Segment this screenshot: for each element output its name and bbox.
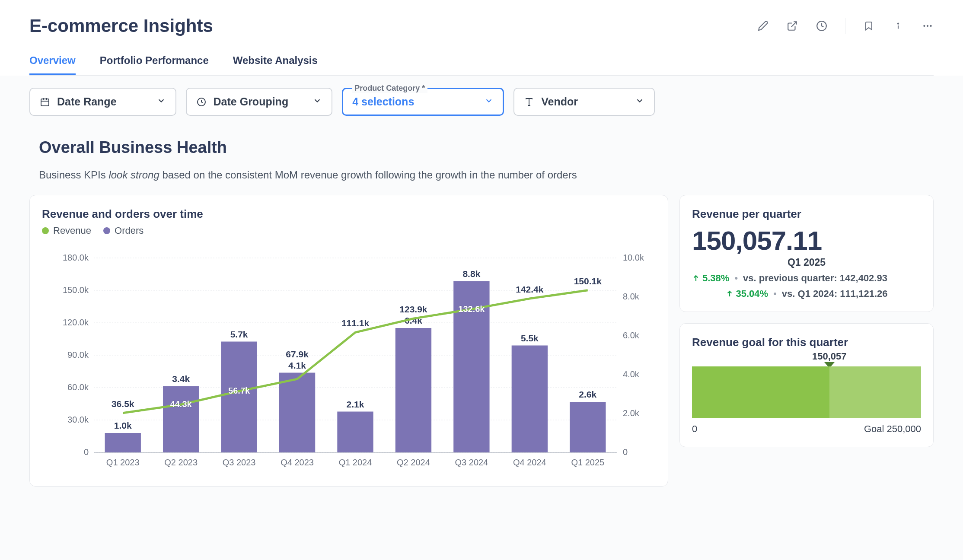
svg-text:Q2 2023: Q2 2023 (164, 458, 198, 467)
legend-dot-orders (103, 227, 110, 234)
filter-date-grouping[interactable]: Date Grouping (186, 88, 333, 116)
svg-text:3.4k: 3.4k (172, 374, 190, 384)
goal-bar-fill (692, 366, 829, 418)
more-icon[interactable] (922, 20, 934, 32)
svg-text:56.7k: 56.7k (228, 386, 250, 395)
svg-text:90.0k: 90.0k (67, 350, 89, 360)
kpi-pct-1: 5.38% (692, 273, 729, 284)
external-link-icon[interactable] (786, 20, 798, 32)
filter-label: Vendor (541, 95, 578, 108)
kpi-comparison-1: 5.38% • vs. previous quarter: 142,402.93 (692, 273, 921, 284)
svg-text:Q1 2023: Q1 2023 (106, 458, 140, 467)
svg-text:2.1k: 2.1k (347, 399, 364, 409)
chevron-down-icon (312, 95, 322, 108)
svg-text:5.7k: 5.7k (230, 329, 248, 339)
goal-title: Revenue goal for this quarter (692, 336, 921, 349)
goal-card: Revenue goal for this quarter 150,057 0 … (679, 323, 934, 447)
goal-marker-label: 150,057 (812, 351, 847, 362)
svg-point-6 (930, 25, 931, 27)
svg-text:Q3 2024: Q3 2024 (455, 458, 488, 467)
chevron-down-icon (156, 95, 166, 108)
filter-vendor[interactable]: Vendor (513, 88, 655, 116)
tab-portfolio-performance[interactable]: Portfolio Performance (100, 54, 209, 75)
header-top: E-commerce Insights (29, 16, 934, 36)
svg-text:1.0k: 1.0k (114, 420, 132, 430)
filter-value: 4 selections (352, 95, 414, 108)
svg-rect-7 (41, 99, 49, 106)
goal-bar (692, 366, 921, 418)
svg-line-0 (791, 22, 797, 27)
svg-rect-49 (512, 346, 548, 453)
svg-text:132.6k: 132.6k (458, 304, 485, 314)
svg-text:111.1k: 111.1k (341, 318, 370, 328)
section-description: Business KPIs look strong based on the c… (39, 169, 924, 181)
svg-text:123.9k: 123.9k (399, 304, 427, 314)
clock-icon (196, 97, 207, 107)
svg-text:30.0k: 30.0k (67, 415, 89, 424)
separator (845, 18, 845, 34)
svg-text:Q3 2023: Q3 2023 (223, 458, 256, 467)
svg-text:8.0k: 8.0k (623, 292, 640, 301)
svg-text:6.0k: 6.0k (623, 331, 640, 340)
chart-legend: Revenue Orders (42, 225, 656, 236)
svg-text:142.4k: 142.4k (516, 284, 544, 294)
calendar-icon (40, 97, 50, 107)
svg-point-4 (923, 25, 925, 27)
dashboard: Revenue and orders over time Revenue Ord… (0, 181, 963, 500)
svg-text:2.6k: 2.6k (579, 389, 596, 399)
chevron-down-icon (635, 95, 644, 108)
legend-orders: Orders (103, 225, 143, 236)
svg-text:67.9k: 67.9k (286, 349, 309, 359)
svg-text:120.0k: 120.0k (63, 318, 89, 327)
svg-text:Q4 2023: Q4 2023 (281, 458, 314, 467)
svg-text:8.8k: 8.8k (462, 269, 480, 279)
goal-target: Goal 250,000 (864, 423, 921, 435)
svg-text:0: 0 (623, 447, 628, 457)
tab-website-analysis[interactable]: Website Analysis (233, 54, 318, 75)
svg-text:44.3k: 44.3k (170, 399, 192, 409)
info-icon[interactable] (892, 20, 904, 32)
text-icon (524, 97, 534, 107)
kpi-card: Revenue per quarter 150,057.11 Q1 2025 5… (679, 195, 934, 312)
tabs: Overview Portfolio Performance Website A… (29, 54, 934, 76)
goal-bar-wrap: 150,057 0 Goal 250,000 (692, 366, 921, 435)
svg-text:Q2 2024: Q2 2024 (397, 458, 430, 467)
goal-axis-labels: 0 Goal 250,000 (692, 423, 921, 435)
svg-text:150.0k: 150.0k (63, 285, 89, 295)
svg-text:2.0k: 2.0k (623, 408, 640, 418)
svg-text:0: 0 (84, 447, 89, 457)
svg-rect-43 (337, 412, 373, 453)
chart-title: Revenue and orders over time (42, 207, 656, 221)
side-column: Revenue per quarter 150,057.11 Q1 2025 5… (679, 195, 934, 487)
tab-overview[interactable]: Overview (29, 54, 76, 75)
kpi-comparison-2: 35.04% • vs. Q1 2024: 111,121.26 (692, 288, 921, 299)
section-title: Overall Business Health (39, 138, 924, 157)
svg-text:Q1 2024: Q1 2024 (339, 458, 372, 467)
combo-chart: 030.0k60.0k90.0k120.0k150.0k180.0k02.0k4… (42, 241, 656, 474)
edit-icon[interactable] (757, 20, 769, 32)
filter-floating-label: Product Category * (352, 84, 427, 93)
filter-label: Date Grouping (214, 95, 289, 108)
svg-text:150.1k: 150.1k (574, 276, 602, 286)
svg-rect-37 (163, 386, 199, 452)
legend-dot-revenue (42, 227, 49, 234)
svg-text:4.1k: 4.1k (288, 360, 306, 370)
bookmark-icon[interactable] (863, 20, 875, 32)
svg-text:Q1 2025: Q1 2025 (571, 458, 604, 467)
page-title: E-commerce Insights (29, 16, 213, 36)
svg-rect-35 (105, 433, 141, 452)
svg-text:36.5k: 36.5k (112, 399, 134, 409)
kpi-title: Revenue per quarter (692, 207, 921, 221)
svg-rect-39 (221, 342, 257, 453)
svg-text:4.0k: 4.0k (623, 369, 640, 379)
svg-text:60.0k: 60.0k (67, 382, 89, 392)
kpi-period: Q1 2025 (692, 257, 921, 268)
svg-text:5.5k: 5.5k (521, 333, 539, 343)
clock-icon[interactable] (816, 20, 828, 32)
filter-label: Date Range (57, 95, 117, 108)
filter-date-range[interactable]: Date Range (29, 88, 176, 116)
filter-product-category[interactable]: Product Category * 4 selections (342, 88, 504, 116)
header-actions (757, 18, 934, 34)
kpi-value: 150,057.11 (692, 225, 921, 256)
chevron-down-icon (484, 95, 494, 108)
